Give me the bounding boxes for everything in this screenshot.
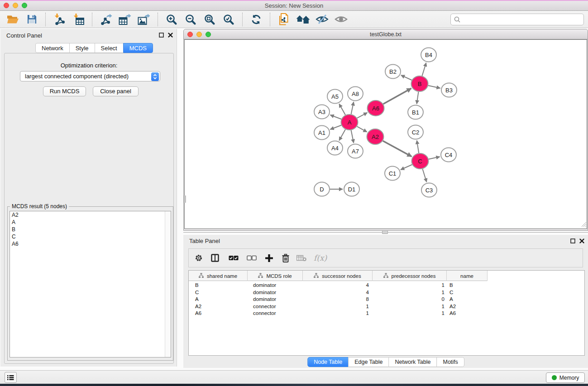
edge-A-A7[interactable] — [351, 130, 354, 143]
node-B4[interactable]: B4 — [421, 48, 436, 62]
export-table-button[interactable] — [118, 12, 132, 27]
home-button[interactable] — [296, 12, 310, 27]
node-A3[interactable]: A3 — [314, 105, 330, 119]
mcds-result-item[interactable]: A6 — [10, 240, 171, 248]
search-input[interactable] — [463, 15, 583, 24]
export-image-button[interactable] — [137, 12, 151, 27]
node-B2[interactable]: B2 — [385, 65, 401, 79]
edge-B-B4[interactable] — [422, 63, 426, 76]
open-session-button[interactable] — [5, 12, 20, 27]
close-panel-icon[interactable] — [168, 33, 173, 38]
hide-selected-button[interactable] — [315, 12, 329, 27]
mcds-list-scrollbar[interactable] — [165, 211, 171, 357]
save-session-button[interactable] — [24, 12, 39, 27]
zoom-out-button[interactable] — [183, 12, 198, 27]
node-B3[interactable]: B3 — [441, 83, 457, 97]
unselect-all-button[interactable] — [247, 255, 257, 261]
add-column-button[interactable] — [265, 254, 273, 262]
tab-edge-table[interactable]: Edge Table — [348, 357, 389, 367]
mcds-result-item[interactable]: C — [10, 233, 171, 240]
column-header-shared-name[interactable]: shared name — [189, 271, 248, 281]
node-D[interactable]: D — [314, 182, 330, 196]
node-C3[interactable]: C3 — [421, 183, 437, 197]
edge-A-A5[interactable] — [339, 104, 345, 115]
edge-C-C2[interactable] — [417, 140, 419, 153]
table-row[interactable]: A2connector11A2 — [189, 303, 584, 310]
node-A4[interactable]: A4 — [327, 141, 343, 155]
edge-B-B1[interactable] — [417, 92, 419, 104]
export-network-button[interactable] — [99, 12, 113, 27]
column-header-predecessor-nodes[interactable]: predecessor nodes — [373, 271, 447, 281]
node-A6[interactable]: A6 — [368, 100, 384, 116]
edge-C-C3[interactable] — [422, 169, 426, 182]
open-session-file-button[interactable] — [277, 12, 291, 27]
search-box[interactable] — [450, 14, 584, 25]
close-panel-button[interactable]: Close panel — [93, 86, 139, 96]
run-mcds-button[interactable]: Run MCDS — [43, 86, 86, 96]
node-A[interactable]: A — [341, 114, 358, 130]
edge-A-A8[interactable] — [351, 102, 354, 114]
tab-select[interactable]: Select — [95, 43, 124, 53]
table-row[interactable]: Bdominator41B — [189, 282, 584, 289]
task-history-button[interactable] — [5, 372, 17, 383]
edge-B-B3[interactable] — [428, 86, 440, 88]
vertical-scrollbar-nub[interactable] — [184, 195, 186, 203]
function-builder-button[interactable]: f(x) — [314, 253, 327, 262]
float-table-panel-icon[interactable] — [570, 238, 575, 243]
edge-C-C4[interactable] — [429, 157, 440, 159]
tab-mcds[interactable]: MCDS — [123, 43, 153, 53]
column-header-name[interactable]: name — [447, 271, 488, 281]
show-all-button[interactable] — [334, 12, 348, 27]
select-all-button[interactable] — [229, 255, 239, 261]
table-settings-button[interactable] — [195, 254, 203, 262]
column-header-successor-nodes[interactable]: successor nodes — [303, 271, 373, 281]
edge-A-A1[interactable] — [330, 125, 341, 129]
edge-A2-C[interactable] — [383, 141, 412, 157]
node-A5[interactable]: A5 — [327, 90, 343, 104]
node-C[interactable]: C — [412, 153, 429, 169]
node-C4[interactable]: C4 — [441, 148, 456, 162]
network-window-titlebar[interactable]: testGlobe.txt — [184, 29, 588, 39]
tab-network-table[interactable]: Network Table — [389, 357, 437, 367]
memory-button[interactable]: Memory — [546, 372, 585, 383]
import-table-button[interactable] — [71, 12, 86, 27]
mcds-result-list[interactable]: A2ABCA6 — [10, 211, 171, 357]
close-table-panel-icon[interactable] — [579, 238, 584, 243]
node-C1[interactable]: C1 — [385, 167, 400, 181]
mcds-result-item[interactable]: A2 — [10, 211, 171, 219]
mcds-result-item[interactable]: B — [10, 226, 171, 233]
zoom-fit-button[interactable] — [202, 12, 217, 27]
edge-A-A2[interactable] — [357, 126, 367, 132]
table-row[interactable]: A6connector11A6 — [189, 310, 584, 317]
edge-A-A6[interactable] — [357, 113, 367, 118]
criterion-select[interactable]: largest connected component (directed) — [20, 71, 160, 81]
delete-table-button[interactable] — [296, 255, 306, 261]
tab-node-table[interactable]: Node Table — [307, 357, 349, 367]
column-header-mcds-role[interactable]: MCDS role — [248, 271, 303, 281]
select-stepper[interactable] — [151, 72, 159, 81]
tab-motifs[interactable]: Motifs — [436, 357, 464, 367]
table-row[interactable]: Cdominator41C — [189, 289, 584, 296]
node-C2[interactable]: C2 — [408, 125, 423, 139]
network-canvas[interactable]: B4B2BB3A5A8A6B1A3AC2A1A2A4A7C4CC1C3DD1 — [184, 39, 587, 229]
edge-A-A3[interactable] — [330, 115, 341, 119]
delete-column-button[interactable] — [282, 254, 289, 262]
refresh-button[interactable] — [249, 12, 263, 27]
split-columns-button[interactable] — [211, 254, 219, 262]
panel-splitter-handle[interactable] — [382, 230, 388, 234]
tab-style[interactable]: Style — [69, 43, 95, 53]
node-B1[interactable]: B1 — [408, 105, 423, 119]
node-A2[interactable]: A2 — [367, 129, 384, 144]
float-panel-icon[interactable] — [159, 33, 164, 38]
edge-C-C1[interactable] — [401, 165, 412, 170]
mcds-result-item[interactable]: A — [10, 219, 171, 226]
edge-A-A4[interactable] — [339, 129, 345, 141]
zoom-selected-button[interactable] — [221, 12, 236, 27]
node-A8[interactable]: A8 — [348, 87, 363, 101]
node-B[interactable]: B — [411, 76, 428, 91]
tab-network[interactable]: Network — [35, 43, 70, 53]
edge-B-B2[interactable] — [401, 75, 412, 80]
node-A7[interactable]: A7 — [348, 144, 363, 158]
node-A1[interactable]: A1 — [314, 126, 330, 140]
resize-grip-icon[interactable] — [581, 221, 587, 229]
